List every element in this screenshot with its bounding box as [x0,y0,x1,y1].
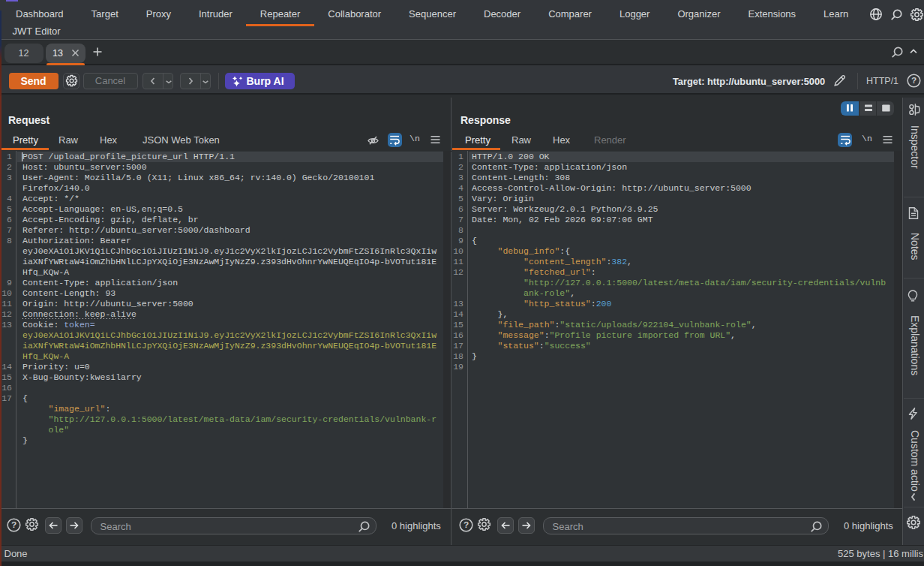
svg-text:?: ? [11,519,16,530]
svg-text:?: ? [464,519,469,530]
svg-text:?: ? [911,75,916,86]
